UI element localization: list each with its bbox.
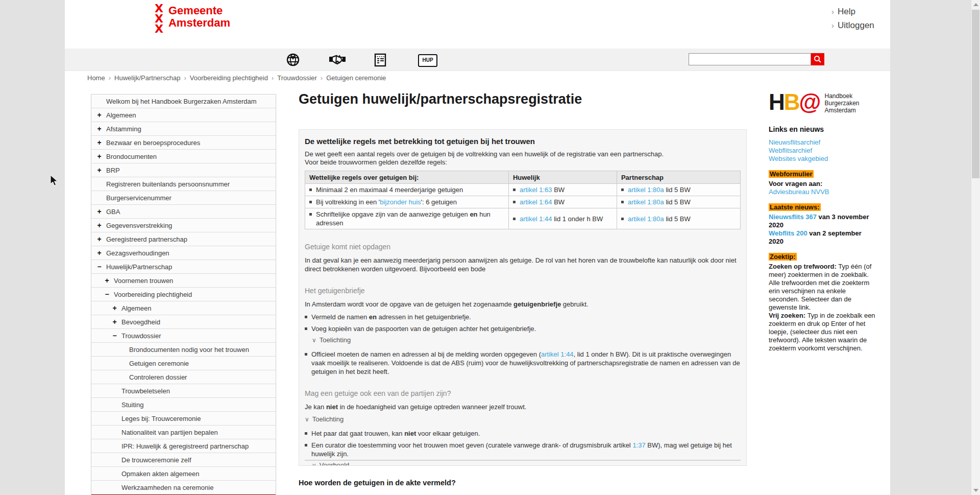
inline-link[interactable]: artikel 1:80a — [628, 215, 664, 223]
sidebar-item[interactable]: −Huwelijk/Partnerschap — [91, 260, 276, 274]
sidebar-item[interactable]: Registreren buitenlands persoonsnummer — [91, 177, 276, 191]
sidebar-item[interactable]: Leges bij: Trouwceremonie — [91, 412, 276, 426]
inline-link[interactable]: artikel 1:64 — [520, 198, 552, 206]
plus-icon[interactable]: + — [111, 304, 118, 312]
breadcrumb-item[interactable]: Home — [87, 74, 105, 82]
link-adviesbureau-nvvb[interactable]: Adviesbureau NVVB — [769, 188, 877, 196]
sidebar-item[interactable]: Controleren dossier — [91, 370, 276, 384]
plus-icon[interactable]: + — [95, 166, 103, 174]
toggle-toelichting[interactable]: ∨Toelichting — [312, 336, 741, 344]
minus-icon[interactable]: − — [111, 332, 118, 340]
sidebar-item[interactable]: +Algemeen — [91, 108, 276, 122]
plus-icon[interactable]: + — [95, 125, 103, 133]
inline-link[interactable]: artikel 1:80a — [628, 186, 664, 194]
bullet-item: Voeg kopieën van de paspoorten van de ge… — [305, 324, 741, 333]
sidebar-item[interactable]: Brondocumenten nodig voor het trouwen — [91, 343, 276, 357]
search-input[interactable] — [689, 53, 811, 65]
globe-icon[interactable] — [286, 53, 300, 67]
sidebar-item[interactable]: −Trouwdossier — [91, 329, 276, 343]
scrollbar[interactable] — [971, 0, 980, 495]
scrollbar-down-icon[interactable] — [973, 489, 978, 492]
table-cell: artikel 1:44 lid 1 onder h BW — [508, 208, 617, 229]
scrollbar-up-icon[interactable] — [973, 3, 978, 6]
sidebar-item[interactable]: De trouwceremonie zelf — [91, 453, 276, 467]
hba-caption: Handboek Burgerzaken Amsterdam — [824, 91, 859, 114]
sidebar-item[interactable]: Nationaliteit van partijen bepalen — [91, 426, 276, 439]
right-sidebar: HB@ Handboek Burgerzaken Amsterdam Links… — [769, 91, 877, 352]
inline-link[interactable]: artikel 1:80a — [628, 198, 664, 206]
help-link[interactable]: ›Help — [831, 5, 874, 18]
logout-link[interactable]: ›Uitloggen — [831, 18, 874, 32]
sidebar-item-label: Geregistreerd partnerschap — [106, 235, 187, 243]
intro-line: Voor beide trouwvormen gelden dezelfde r… — [305, 158, 741, 167]
breadcrumb-item[interactable]: Getuigen ceremonie — [326, 74, 386, 82]
plus-icon[interactable]: + — [95, 111, 103, 119]
breadcrumb-separator: › — [184, 74, 186, 82]
sidebar-item-label: Getuigen ceremonie — [129, 360, 189, 367]
plus-icon[interactable]: + — [95, 235, 103, 243]
minus-icon[interactable]: − — [103, 290, 111, 298]
inline-link[interactable]: artikel 1:44 — [520, 215, 552, 223]
plus-icon[interactable]: + — [111, 318, 118, 326]
handshake-icon[interactable] — [328, 53, 347, 67]
square-bullet-icon — [309, 213, 312, 216]
laatste-nieuws-highlight: Laatste nieuws: — [769, 203, 821, 211]
hba-at-icon: @ — [799, 89, 820, 114]
webformulier-highlight[interactable]: Webformulier — [769, 170, 814, 178]
inline-link[interactable]: artikel 1:44 — [541, 350, 574, 358]
sidebar-item-label: Controleren dossier — [129, 373, 187, 381]
sidebar-item[interactable]: +Gezagsverhoudingen — [91, 246, 276, 260]
search-button[interactable] — [811, 53, 824, 65]
sidebar-item[interactable]: IPR: Huwelijk & geregistreerd partnersch… — [91, 439, 276, 453]
scrollbar-thumb[interactable] — [972, 10, 979, 178]
table-cell: artikel 1:64 BW — [508, 196, 617, 208]
plus-icon[interactable]: + — [95, 207, 103, 216]
breadcrumb-item[interactable]: Trouwdossier — [277, 74, 317, 82]
inline-link[interactable]: artikel 1:63 — [520, 186, 552, 194]
sidebar-item[interactable]: Getuigen ceremonie — [91, 357, 276, 370]
gemeente-amsterdam-logo: XXX Gemeente Amsterdam — [155, 4, 230, 34]
header: XXX Gemeente Amsterdam ›Help ›Uitloggen — [65, 0, 890, 49]
inline-link[interactable]: 1:37 — [632, 441, 645, 449]
sidebar-item-label: Opmaken akten algemeen — [121, 470, 199, 478]
page-title: Getuigen huwelijk/partnerschapsregistrat… — [299, 91, 582, 107]
hup-icon[interactable]: HUP — [418, 54, 437, 67]
sidebar-item[interactable]: Burgerservicenummer — [91, 191, 276, 205]
sidebar-item[interactable]: +GBA — [91, 205, 276, 219]
toggle-voorbeeld[interactable]: ∨Voorbeeld — [312, 461, 741, 466]
sidebar-item[interactable]: +Voornemen trouwen — [91, 274, 276, 288]
plus-icon[interactable]: + — [95, 138, 103, 147]
sidebar-item[interactable]: Stuiting — [91, 398, 276, 412]
plus-icon[interactable]: + — [95, 249, 103, 257]
minus-icon[interactable]: − — [95, 263, 103, 271]
breadcrumb-item[interactable]: Voorbereiding plechtigheid — [190, 74, 268, 82]
sidebar-item[interactable]: +Algemeen — [91, 301, 276, 315]
breadcrumb-item[interactable]: Huwelijk/Partnerschap — [114, 74, 180, 82]
section-heading: Getuige komt niet opdagen — [305, 243, 741, 251]
nieuwsflits-link[interactable]: Nieuwsflits 367 — [769, 213, 817, 221]
link-webflitsarchief[interactable]: Webflitsarchief — [769, 147, 877, 155]
sidebar-item[interactable]: Werkzaamheden na ceremonie — [91, 481, 276, 494]
link-nieuwsflitsarchief[interactable]: Nieuwsflitsarchief — [769, 138, 877, 147]
sidebar-item[interactable]: +Brondocumenten — [91, 150, 276, 163]
webflits-link[interactable]: Webflits 200 — [769, 229, 807, 237]
sidebar-item-label: IPR: Huwelijk & geregistreerd partnersch… — [121, 442, 249, 450]
sidebar-item[interactable]: +Gegevensverstrekking — [91, 219, 276, 232]
clipboard-icon[interactable] — [374, 53, 388, 67]
sidebar-item[interactable]: +Bezwaar en beroepsprocedures — [91, 136, 276, 150]
plus-icon[interactable]: + — [95, 221, 103, 229]
toggle-toelichting[interactable]: ∨Toelichting — [305, 415, 741, 423]
plus-icon[interactable]: + — [103, 276, 111, 285]
link-websites-vakgebied[interactable]: Websites vakgebied — [769, 155, 877, 163]
sidebar-item[interactable]: −Voorbereiding plechtigheid — [91, 288, 276, 301]
sidebar-item[interactable]: Opmaken akten algemeen — [91, 467, 276, 481]
sidebar-item[interactable]: +Afstamming — [91, 122, 276, 136]
plus-icon[interactable]: + — [95, 152, 103, 160]
inline-link[interactable]: bijzonder huis — [380, 198, 421, 206]
sidebar-item[interactable]: +Geregistreerd partnerschap — [91, 232, 276, 246]
sidebar-item[interactable]: +Bevoegdheid — [91, 315, 276, 329]
sidebar-item[interactable]: Trouwbeletselen — [91, 384, 276, 398]
sidebar-item[interactable]: Welkom bij het Handboek Burgerzaken Amst… — [91, 95, 276, 108]
chevron-down-icon: ∨ — [305, 416, 309, 423]
sidebar-item[interactable]: +BRP — [91, 163, 276, 177]
